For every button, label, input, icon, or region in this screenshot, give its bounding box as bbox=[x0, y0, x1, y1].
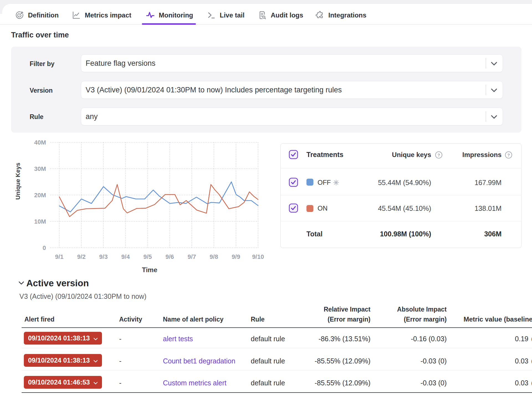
svg-text:?: ? bbox=[438, 153, 440, 157]
svg-text:Time: Time bbox=[142, 266, 157, 274]
svg-text:9/9: 9/9 bbox=[232, 253, 240, 260]
svg-text:9/8: 9/8 bbox=[210, 253, 218, 260]
svg-text:?: ? bbox=[507, 153, 510, 157]
svg-text:30M: 30M bbox=[34, 165, 46, 172]
svg-text:9/7: 9/7 bbox=[188, 253, 196, 260]
svg-text:40M: 40M bbox=[34, 139, 46, 146]
svg-text:Unique Keys: Unique Keys bbox=[14, 163, 21, 199]
svg-text:9/10: 9/10 bbox=[252, 253, 264, 260]
svg-text:9/1: 9/1 bbox=[55, 253, 64, 260]
svg-text:20M: 20M bbox=[34, 192, 46, 199]
svg-text:9/3: 9/3 bbox=[99, 253, 108, 260]
svg-text:9/5: 9/5 bbox=[144, 253, 152, 260]
svg-text:9/6: 9/6 bbox=[165, 253, 174, 260]
svg-text:9/2: 9/2 bbox=[77, 253, 86, 260]
svg-text:0: 0 bbox=[43, 244, 46, 251]
svg-text:9/4: 9/4 bbox=[121, 253, 130, 260]
svg-text:10M: 10M bbox=[34, 218, 46, 225]
